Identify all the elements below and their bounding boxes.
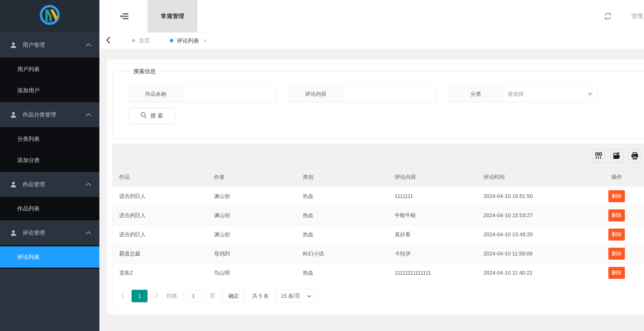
sidebar-filler [0,269,99,331]
cell-actions: 删除 [601,187,644,206]
table-header: 作品作者类别评论内容评论时间操作 [113,168,644,187]
chevron-up-icon [85,43,92,47]
search-field-label: 评论内容 [289,86,343,102]
search-field-pair: 评论内容 [289,86,436,102]
tab-status-dot-icon [170,39,173,42]
cell-actions: 删除 [601,206,644,225]
comments-table: 作品作者类别评论内容评论时间操作 进击的巨人谏山创热血11111112024-0… [113,168,644,282]
goto-page-input[interactable] [184,290,203,302]
cell-comment: 卡哇伊 [388,244,477,263]
content-card: 搜索信息 作品名称评论内容 分类 请选择 [107,59,644,314]
per-page-value: 15 条/页 [281,292,300,300]
delete-button[interactable]: 删除 [608,267,625,279]
cell-work: 进击的巨人 [113,225,208,244]
sidebar: 用户管理用户列表添加用户作品分类管理分类列表添加分类作品管理作品列表评论管理评论… [0,0,99,331]
table-row: 进击的巨人谏山创热血牛蛙牛蛙2024-04-10 15:53:27删除 [113,206,644,225]
cell-comment: 牛蛙牛蛙 [388,206,477,225]
sidebar-nav: 用户管理用户列表添加用户作品分类管理分类列表添加分类作品管理作品列表评论管理评论… [0,32,99,331]
topbar: 常规管理 管理员 [99,0,644,32]
user-icon [10,229,17,237]
chevron-up-icon [85,183,92,187]
cell-comment: 真好看 [388,225,477,244]
sidebar-item-link[interactable]: 分类列表 [0,128,99,150]
cell-work: 进击的巨人 [113,206,208,225]
toolbar-button-print[interactable] [628,150,641,162]
logo-area [0,0,99,32]
cell-work: 霸道总裁 [113,244,208,263]
search-field-input[interactable] [343,86,436,102]
sidebar-group-header[interactable]: 作品管理 [0,172,99,197]
table-row: 霸道总裁母鸡到科幻小说卡哇伊2024-04-10 11:59:09删除 [113,244,644,263]
search-field-input[interactable] [183,86,276,102]
sidebar-item-active[interactable]: 评论列表 [0,246,99,268]
search-icon [140,112,147,120]
content-area: 搜索信息 作品名称评论内容 分类 请选择 [99,49,644,331]
current-page-badge[interactable]: 1 [132,290,148,302]
table-column-header: 评论时间 [477,168,601,187]
delete-button[interactable]: 删除 [608,229,625,241]
page-tab-label: 评论列表 [177,37,199,44]
page-tab-home[interactable]: 首页 [117,32,165,49]
cell-category: 科幻小说 [296,244,388,263]
sidebar-item-link[interactable]: 添加用户 [0,80,99,101]
goto-page-suffix: 页 [210,292,215,300]
columns-icon [595,152,602,159]
cell-author: 谏山创 [208,206,296,225]
cell-time: 2024-04-10 15:49:20 [477,225,601,244]
category-select[interactable]: 请选择 [503,86,597,102]
cell-comment: 1111111 [388,187,477,206]
table-column-header: 类别 [296,168,388,187]
search-button[interactable]: 搜 索 [129,107,175,124]
delete-button[interactable]: 删除 [608,190,625,202]
cell-category: 热血 [296,187,388,206]
user-icon [10,181,17,188]
cell-actions: 删除 [601,244,644,263]
sidebar-group-header[interactable]: 作品分类管理 [0,102,99,127]
chevron-down-icon [307,293,312,299]
cell-category: 热血 [296,225,388,244]
per-page-select[interactable]: 15 条/页 [276,289,315,303]
sidebar-group-label: 评论管理 [23,229,85,237]
refresh-icon[interactable] [604,12,612,20]
toolbar-button-columns[interactable] [592,150,605,162]
page-tabbar: 首页评论列表× [99,32,644,49]
cell-category: 热血 [296,263,388,282]
page-next-button[interactable] [154,292,158,300]
sidebar-group-header[interactable]: 用户管理 [0,32,99,57]
search-button-label: 搜 索 [150,112,163,119]
sidebar-submenu: 用户列表添加用户 [0,57,99,102]
collapse-menu-icon[interactable] [120,12,129,20]
page-tab-label: 首页 [139,37,150,44]
toolbar-button-export[interactable] [610,150,623,162]
delete-button[interactable]: 删除 [608,209,625,221]
goto-confirm-button[interactable]: 确定 [222,290,245,302]
table-column-header: 作者 [208,168,296,187]
table-box: 作品作者类别评论内容评论时间操作 进击的巨人谏山创热血11111112024-0… [112,144,644,308]
admin-user-label[interactable]: 管理员 [631,12,644,20]
category-select-placeholder: 请选择 [508,90,524,98]
sidebar-item-link[interactable]: 添加分类 [0,150,99,171]
page-tabs: 首页评论列表× [117,32,212,49]
search-fieldset-legend: 搜索信息 [130,68,159,75]
search-field-label: 作品名称 [129,86,183,102]
page-prev-button[interactable] [121,292,125,300]
sidebar-submenu: 分类列表添加分类 [0,127,99,172]
category-field-pair: 分类 请选择 [449,86,597,102]
search-fieldset: 搜索信息 作品名称评论内容 分类 请选择 [113,68,644,139]
cell-author: 鸟山明 [208,263,296,282]
close-icon[interactable]: × [203,38,207,44]
cell-work: 进击的巨人 [113,187,208,206]
top-tab-general-management[interactable]: 常规管理 [148,0,197,32]
chevron-right-icon [154,292,158,300]
tab-scroll-left-button[interactable] [99,32,117,49]
app-window: 用户管理用户列表添加用户作品分类管理分类列表添加分类作品管理作品列表评论管理评论… [0,0,644,331]
sidebar-item-link[interactable]: 用户列表 [0,59,99,80]
print-icon [631,152,639,160]
delete-button[interactable]: 删除 [608,248,625,260]
sidebar-submenu: 作品列表 [0,197,99,220]
sidebar-group-label: 用户管理 [23,41,85,49]
sidebar-item-link[interactable]: 作品列表 [0,198,99,219]
sidebar-group-header[interactable]: 评论管理 [0,220,99,245]
dropdown-arrow-icon [587,93,593,96]
page-tab-comment-list[interactable]: 评论列表× [165,32,212,49]
